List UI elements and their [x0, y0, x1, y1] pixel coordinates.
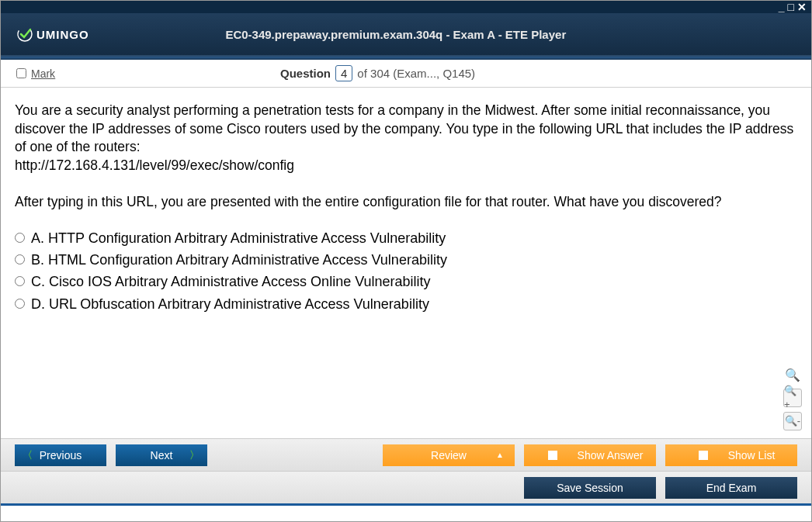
mark-section: Mark — [16, 67, 280, 80]
logo-checkmark-icon — [16, 26, 33, 43]
header: UMINGO EC0-349.prepaway.premium.exam.304… — [1, 13, 811, 57]
window-controls: _ □ ✕ — [1, 1, 811, 13]
footer-row-1: 〈 Previous Next 〉 Review ▲ Show Answer S… — [1, 438, 811, 471]
question-number-box[interactable]: 4 — [335, 65, 352, 81]
question-word: Question — [280, 67, 331, 80]
arrow-left-icon: 〈 — [23, 448, 33, 462]
option-b[interactable]: B. HTML Configuration Arbitrary Administ… — [15, 251, 797, 269]
previous-button[interactable]: 〈 Previous — [15, 444, 106, 466]
zoom-out-icon[interactable]: 🔍- — [783, 412, 802, 430]
option-a[interactable]: A. HTTP Configuration Arbitrary Administ… — [15, 229, 797, 247]
end-exam-button[interactable]: End Exam — [665, 477, 797, 499]
zoom-in-icon[interactable]: 🔍+ — [783, 389, 802, 407]
option-b-radio[interactable] — [15, 254, 25, 264]
question-text: You are a security analyst performing a … — [15, 102, 797, 212]
question-paragraph-1: You are a security analyst performing a … — [15, 102, 797, 157]
logo: UMINGO — [16, 26, 89, 43]
maximize-icon[interactable]: □ — [788, 2, 794, 12]
option-d-radio[interactable] — [15, 299, 25, 309]
minimize-icon[interactable]: _ — [779, 2, 785, 12]
option-a-radio[interactable] — [15, 233, 25, 243]
search-icon[interactable]: 🔍 — [784, 367, 801, 384]
logo-text: UMINGO — [36, 28, 89, 41]
mark-label[interactable]: Mark — [31, 67, 55, 80]
question-url: http://172.168.4.131/level/99/exec/show/… — [15, 157, 797, 175]
show-answer-checkbox[interactable] — [548, 451, 557, 460]
option-c[interactable]: C. Cisco IOS Arbitrary Administrative Ac… — [15, 272, 797, 291]
close-icon[interactable]: ✕ — [797, 2, 807, 12]
content-area: You are a security analyst performing a … — [1, 88, 811, 438]
show-list-checkbox[interactable] — [699, 451, 708, 460]
arrow-right-icon: 〉 — [189, 448, 200, 462]
window-title: EC0-349.prepaway.premium.exam.304q - Exa… — [89, 28, 703, 41]
mark-checkbox[interactable] — [16, 68, 26, 78]
svg-point-0 — [16, 26, 33, 43]
question-total: of 304 (Exam..., Q145) — [357, 67, 475, 80]
triangle-up-icon: ▲ — [496, 451, 504, 459]
question-info: Question 4 of 304 (Exam..., Q145) — [280, 65, 475, 81]
show-list-button[interactable]: Show List — [665, 444, 797, 466]
bottom-border — [1, 503, 811, 506]
zoom-tools: 🔍 🔍+ 🔍- — [783, 367, 802, 430]
question-toolbar: Mark Question 4 of 304 (Exam..., Q145) — [1, 60, 811, 88]
save-session-button[interactable]: Save Session — [524, 477, 656, 499]
option-d[interactable]: D. URL Obfuscation Arbitrary Administrat… — [15, 295, 797, 313]
question-paragraph-2: After typing in this URL, you are presen… — [15, 193, 797, 212]
option-c-radio[interactable] — [15, 276, 25, 286]
footer-row-2: Save Session End Exam — [1, 471, 811, 503]
review-button[interactable]: Review ▲ — [383, 444, 515, 466]
show-answer-button[interactable]: Show Answer — [524, 444, 656, 466]
next-button[interactable]: Next 〉 — [116, 444, 207, 466]
options-list: A. HTTP Configuration Arbitrary Administ… — [15, 229, 797, 313]
